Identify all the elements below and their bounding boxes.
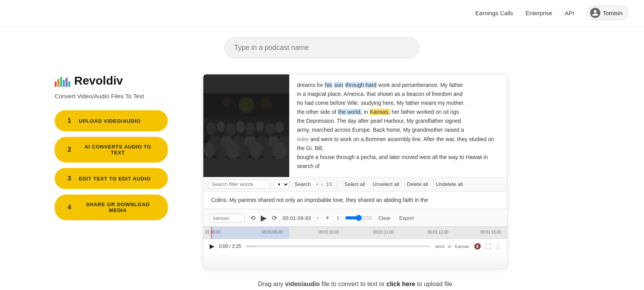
rewind-button[interactable]: ⟲	[249, 214, 257, 223]
vc-play-button[interactable]: ▶	[210, 242, 214, 250]
search-toolbar: ▾ Search ‹ › 1/1 Select all Unselect all…	[203, 177, 507, 192]
main-content: Revoldiv Convert video/audio files to te…	[0, 66, 644, 290]
drop-zone-text-before: Drag any	[258, 281, 285, 287]
timeline-tick-4: 00:01:12.00	[428, 230, 448, 234]
svg-point-11	[238, 144, 250, 158]
filler-words-dropdown[interactable]: ▾	[274, 180, 289, 189]
svg-point-26	[260, 97, 272, 109]
top-nav: Earnings Calls Enterprise API Tomisin	[0, 0, 644, 26]
clear-button[interactable]: Clear	[376, 214, 393, 222]
time-display: 00:01:09.93	[283, 215, 311, 221]
waveform-search-input[interactable]	[210, 214, 245, 223]
vc-progress-fill	[246, 246, 255, 247]
drop-zone: Drag any video/audio file to convert to …	[203, 281, 507, 288]
transcript-text: dreams for his son through hard work and…	[289, 74, 507, 177]
svg-point-14	[272, 142, 286, 159]
podcast-search-input[interactable]	[224, 37, 420, 58]
vc-tag-word: word	[435, 244, 445, 249]
plus-button[interactable]: +	[324, 214, 331, 222]
next-result-btn[interactable]: ›	[321, 181, 323, 187]
filler-words-search-input[interactable]	[208, 180, 270, 189]
step-2-button[interactable]: 2 AI Converts Audio to Text	[55, 137, 168, 163]
vc-current-time: 0:00	[219, 244, 228, 249]
left-panel: Revoldiv Convert video/audio files to te…	[55, 74, 180, 226]
step-2-number: 2	[66, 146, 73, 153]
step-3-number: 3	[66, 175, 73, 182]
svg-point-13	[262, 145, 274, 159]
toolbar-divider	[337, 181, 338, 188]
strikethrough-baby: baby	[297, 136, 309, 142]
vc-progress-bar[interactable]	[246, 246, 431, 247]
enterprise-link[interactable]: Enterprise	[526, 10, 552, 16]
step-4-button[interactable]: 4 Share or Download Media	[55, 195, 168, 220]
waveform-controls: ⟲ ▶ ⟳	[249, 212, 279, 223]
drop-zone-text-middle: file to convert to text or	[320, 281, 386, 287]
brand-icon	[55, 74, 70, 87]
search-button[interactable]: Search	[292, 180, 313, 188]
unselect-all-button[interactable]: Unselect all	[370, 180, 401, 188]
svg-point-19	[236, 121, 245, 133]
timeline-tick-5: 00:01:13.00	[480, 230, 501, 234]
step-1-number: 1	[66, 117, 73, 124]
svg-point-24	[238, 97, 254, 113]
user-name: Tomisin	[603, 10, 623, 16]
vc-tags: word in Kansas	[435, 244, 469, 249]
prev-result-btn[interactable]: ‹	[316, 181, 318, 187]
svg-point-20	[246, 122, 255, 135]
user-avatar	[590, 8, 600, 18]
step-4-label: Share or Download Media	[79, 202, 157, 213]
fast-forward-button[interactable]: ⟳	[270, 214, 279, 223]
more-transcript-text: Colins. My parents shared not only an im…	[203, 192, 507, 209]
editor-fade	[203, 253, 507, 269]
timeline-tick-0: 01:08.00	[205, 230, 221, 234]
export-button[interactable]: Export	[397, 214, 416, 222]
search-bar-wrapper	[0, 37, 644, 58]
svg-point-17	[217, 121, 225, 132]
fullscreen-icon[interactable]: ⛶	[485, 243, 491, 250]
vc-tag-kansas: Kansas	[455, 244, 469, 249]
pitch-button[interactable]: ↕	[335, 214, 341, 222]
step-2-label: AI Converts Audio to Text	[79, 144, 157, 156]
more-options-icon[interactable]: ⋮	[495, 243, 501, 250]
mute-icon[interactable]: 🔇	[474, 243, 481, 250]
delete-all-button[interactable]: Delete all	[405, 180, 431, 188]
highlight-son: son	[334, 82, 344, 88]
volume-slider[interactable]	[345, 215, 372, 221]
highlight-through-hard: through hard	[345, 82, 377, 88]
svg-point-16	[206, 122, 216, 135]
step-3-button[interactable]: 3 Edit Text to Edit Audio	[55, 168, 168, 189]
select-all-button[interactable]: Select all	[342, 180, 368, 188]
svg-point-22	[265, 123, 275, 135]
highlight-the-world: the world,	[338, 109, 362, 115]
transcript-area: dreams for his son through hard work and…	[203, 74, 507, 177]
video-controls: ▶ 0:00 / 2:25 word in Kansas �	[203, 239, 507, 253]
vc-icons: 🔇 ⛶ ⋮	[474, 243, 501, 250]
waveform-bar: ⟲ ▶ ⟳ 00:01:09.93 - + ↕ Clear Export	[203, 209, 507, 226]
svg-point-18	[226, 123, 236, 136]
vc-time-display: 0:00 / 2:25	[219, 244, 241, 249]
page-indicator: 1/1	[326, 182, 333, 187]
play-button[interactable]: ▶	[259, 212, 268, 223]
svg-point-12	[249, 142, 263, 158]
api-link[interactable]: API	[565, 10, 574, 16]
svg-point-25	[222, 97, 231, 106]
earnings-calls-link[interactable]: Earnings Calls	[475, 10, 513, 16]
svg-point-8	[204, 142, 215, 158]
timeline-tick-1: 00:01:09.00	[262, 230, 283, 234]
step-4-number: 4	[66, 204, 73, 211]
minus-button[interactable]: -	[315, 214, 320, 222]
svg-point-23	[275, 122, 284, 133]
brand-tagline: Convert video/audio files to text	[55, 93, 180, 99]
upload-link[interactable]: click here	[386, 281, 415, 287]
time-value: 00:01:09	[283, 215, 304, 221]
svg-point-21	[256, 121, 264, 132]
video-thumbnail	[203, 74, 289, 177]
drop-zone-text-after: to upload file	[415, 281, 452, 287]
vc-total-time: 2:25	[232, 244, 241, 249]
step-1-button[interactable]: 1 Upload Video/Audio	[55, 110, 168, 131]
highlight-his: his	[325, 82, 333, 88]
user-menu-button[interactable]: Tomisin	[587, 5, 628, 20]
undelete-all-button[interactable]: Undelete all	[434, 180, 465, 188]
brand: Revoldiv	[55, 74, 180, 87]
time-ms: .93	[304, 215, 311, 221]
